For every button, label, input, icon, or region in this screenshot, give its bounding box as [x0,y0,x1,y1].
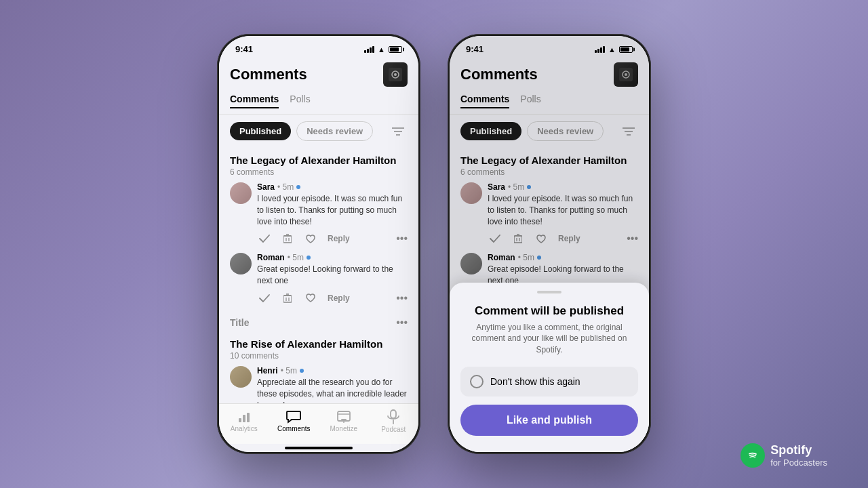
approve-btn-roman-1[interactable] [257,291,272,306]
wifi-icon-1: ▲ [378,45,385,54]
filter-needs-review-1[interactable]: Needs review [296,121,373,141]
comments-scroll-1[interactable]: The Legacy of Alexander Hamilton 6 comme… [219,148,418,403]
tab-comments-bottom-1[interactable]: Comments [269,408,319,433]
more-btn-roman-1[interactable]: ••• [396,292,408,304]
comment-item-roman-1: Roman • 5m Great episode! Looking forwar… [230,253,408,306]
tab-polls-1[interactable]: Polls [290,94,310,108]
modal-title: Comment will be published [460,304,638,318]
modal-handle [537,291,561,293]
analytics-icon-1 [237,408,251,424]
spotify-branding: Spotify for Podcasters [741,443,827,468]
modal-subtitle: Anytime you like a comment, the original… [460,322,638,356]
signal-bar [367,49,369,53]
comment-actions-sara-1: Reply ••• [257,231,408,246]
comment-time-roman-1: • 5m [288,253,304,262]
svg-rect-6 [283,236,292,243]
more-btn-sara-1[interactable]: ••• [396,232,408,245]
comment-dot-roman-1 [307,256,311,260]
reply-btn-sara-1[interactable]: Reply [328,234,350,243]
comment-meta-roman-1: Roman • 5m [257,253,408,262]
modal-option-text: Don't show this again [490,376,580,387]
comment-item-sara-1: Sara • 5m I loved your episode. It was s… [230,182,408,246]
comment-item-henri: Henri • 5m Appreciate all the research y… [230,366,408,403]
section-label-1: Title [230,317,250,328]
app-header-1: Comments [219,57,418,91]
comment-author-roman-1: Roman [257,253,285,262]
phones-container: 9:41 ▲ Comments [217,34,651,454]
comment-text-roman-1: Great episode! Looking forward to the ne… [257,264,408,287]
tab-monetize-label-1: Monetize [330,425,357,432]
status-icons-1: ▲ [364,45,402,54]
home-bar-1 [285,447,353,449]
svg-rect-26 [341,419,347,420]
tab-analytics-label-1: Analytics [231,425,258,432]
modal-overlay: Comment will be published Anytime you li… [450,36,649,452]
podcast-thumbnail-1[interactable] [383,62,408,87]
spotify-logo [741,443,765,468]
spotify-text: Spotify for Podcasters [770,443,827,468]
comment-author-sara-1: Sara [257,182,275,192]
svg-rect-21 [239,418,241,422]
spotify-tagline: for Podcasters [770,458,827,468]
spotify-name: Spotify [770,443,827,458]
signal-bar [364,50,366,53]
section-more-1[interactable]: ••• [396,317,408,329]
podcast-thumb-inner [383,62,408,87]
comment-body-roman-1: Roman • 5m Great episode! Looking forwar… [257,253,408,306]
approve-btn-sara-1[interactable] [257,231,272,246]
comment-meta-henri: Henri • 5m [257,366,408,375]
comment-text-henri: Appreciate all the research you do for t… [257,377,408,403]
comment-body-sara-1: Sara • 5m I loved your episode. It was s… [257,182,408,246]
comment-actions-roman-1: Reply ••• [257,291,408,306]
avatar-henri [230,366,252,388]
home-indicator-1 [219,444,418,452]
signal-bar [372,46,374,53]
delete-btn-roman-1[interactable] [280,291,295,306]
phone-2: 9:41 ▲ Comments [448,34,651,454]
like-btn-roman-1[interactable] [303,291,318,306]
filter-published-1[interactable]: Published [230,122,291,140]
modal-option-dont-show[interactable]: Don't show this again [460,367,638,396]
comment-dot-sara-1 [296,185,300,189]
reply-btn-roman-1[interactable]: Reply [328,293,350,303]
monetize-icon-1 [337,408,351,424]
tab-podcast-1[interactable]: Podcast [369,408,419,433]
app-title-1: Comments [230,66,307,83]
avatar-sara-1 [230,182,252,204]
comment-dot-henri [300,369,304,373]
modal-sheet: Comment will be published Anytime you li… [450,283,649,452]
delete-btn-sara-1[interactable] [280,231,295,246]
filter-icon-1[interactable] [389,122,408,141]
filter-row-1: Published Needs review [219,115,418,148]
battery-fill [390,47,399,52]
svg-rect-23 [247,413,250,422]
battery-icon-1 [389,46,402,53]
avatar-roman-1 [230,253,252,274]
modal-cta-button[interactable]: Like and publish [460,405,638,436]
like-btn-sara-1[interactable] [303,231,318,246]
signal-bars-1 [364,46,374,53]
comment-time-henri: • 5m [281,366,297,375]
comment-time-sara-1: • 5m [277,182,294,192]
status-bar-1: 9:41 ▲ [219,36,418,57]
phone-1: 9:41 ▲ Comments [217,34,420,454]
comment-text-sara-1: I loved your episode. It was so much fun… [257,193,408,227]
tab-monetize-1[interactable]: Monetize [319,408,369,433]
radio-circle [470,375,484,388]
svg-point-2 [394,73,397,76]
tab-podcast-label-1: Podcast [381,426,406,433]
svg-rect-11 [283,296,292,302]
tab-analytics-1[interactable]: Analytics [219,408,269,433]
tabs-row-1: Comments Polls [219,91,418,115]
svg-rect-22 [243,415,245,422]
episode-title-1: The Legacy of Alexander Hamilton [230,155,408,166]
svg-rect-28 [391,410,396,418]
tab-comments-1[interactable]: Comments [230,94,279,108]
tab-bar-1: Analytics Comments Monetize [219,403,418,444]
tab-comments-label-1: Comments [277,425,310,432]
status-time-1: 9:41 [235,44,253,54]
podcast-icon-1 [387,408,399,424]
signal-bar [370,47,372,53]
episode-title-2-phone1: The Rise of Alexander Hamilton [230,338,408,350]
episode-section-2-phone1: The Rise of Alexander Hamilton 10 commen… [219,331,418,403]
